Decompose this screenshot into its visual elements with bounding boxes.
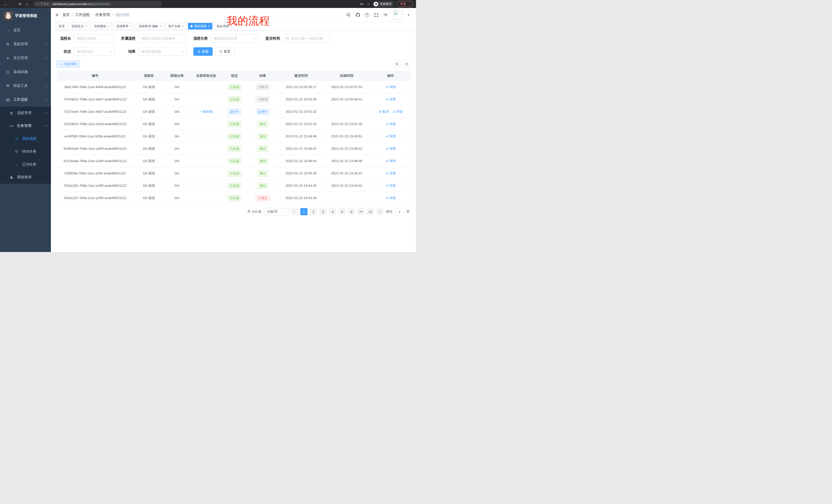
detail-action-link[interactable]: 详情 [385, 159, 396, 163]
process-name-label: 流程名 [57, 36, 71, 41]
detail-action-link[interactable]: 详情 [385, 122, 396, 127]
home-icon[interactable]: ⌂ [24, 1, 30, 7]
page-button-6[interactable]: 6 [348, 208, 355, 215]
detail-action-link[interactable]: 详情 [385, 196, 396, 200]
divider [51, 2, 51, 6]
cell-process-name: OA 请假 [134, 146, 164, 151]
result-badge: 已取消 [256, 96, 270, 103]
page-button-4[interactable]: 4 [329, 208, 336, 215]
font-size-icon[interactable]: TT [383, 12, 388, 18]
detail-action-link[interactable]: 详情 [385, 85, 396, 89]
detail-action-link[interactable]: 详情 [385, 146, 396, 151]
page-button-3[interactable]: 3 [319, 208, 327, 215]
tab-process-model[interactable]: 流程模型× [91, 23, 112, 30]
cell-current-task: 一级审批 [190, 109, 223, 114]
chevron-down-icon [255, 37, 257, 39]
search-icon[interactable] [346, 12, 351, 18]
app-logo-row[interactable]: 芋道管理系统 [0, 8, 51, 23]
sidebar-item-devtools[interactable]: ⚒研发工具 [0, 79, 51, 93]
refresh-table-button[interactable] [403, 60, 410, 67]
sidebar-item-process-mgmt[interactable]: ≣流程管理 [0, 107, 51, 119]
reset-button[interactable]: 重置 [215, 47, 234, 56]
jump-page-input[interactable] [394, 208, 405, 215]
sidebar-item-system[interactable]: ⚙系统管理 [0, 37, 51, 51]
end-date-placeholder[interactable]: 结束日期 [310, 36, 323, 41]
cell-submit-time: 2022-01-22 23:46:04 [279, 159, 323, 163]
sidebar-item-my-process[interactable]: ☺我的流程 [0, 132, 51, 145]
not-secure-warning[interactable]: ⚠ 不安全 [36, 2, 49, 6]
tab-process-form[interactable]: 流程表单× [114, 23, 134, 30]
tab-my-process[interactable]: 我的流程× [188, 23, 212, 30]
chevron-down-icon [45, 57, 47, 59]
close-tab-icon[interactable]: × [160, 25, 161, 28]
process-def-input[interactable] [138, 34, 187, 43]
page-button-2[interactable]: 2 [310, 208, 317, 215]
date-range-input[interactable]: 开始日期 - 结束日期 [283, 34, 330, 43]
breadcrumb-item[interactable]: 首页 [62, 12, 70, 17]
tab-user-group[interactable]: 用户分组× [165, 23, 186, 30]
page-button-1[interactable]: 1 [300, 208, 308, 215]
sidebar-item-workflow[interactable]: ▤工作流程 [0, 93, 51, 107]
process-name-input[interactable] [74, 34, 115, 43]
avatar-caret-icon[interactable]: ▼ [407, 13, 410, 17]
help-icon[interactable]: ? [364, 12, 369, 18]
prev-page-button[interactable] [291, 208, 298, 215]
current-task-link[interactable]: 一级审批 [200, 110, 213, 114]
sidebar-item-infra[interactable]: ◫基础设施 [0, 65, 51, 79]
detail-action-link[interactable]: 详情 [385, 97, 396, 102]
breadcrumb-item[interactable]: 任务管理 [95, 12, 110, 17]
breadcrumb-separator: / [112, 13, 113, 17]
close-tab-icon[interactable]: × [208, 25, 210, 28]
forward-icon[interactable]: → [10, 1, 16, 7]
action-label: 详情 [389, 146, 396, 151]
browser-menu-icon[interactable]: ⋮ [408, 2, 411, 6]
detail-action-link[interactable]: 详情 [385, 184, 396, 188]
address-bar[interactable]: ⚠ 不安全 dashboard.yudao.iocoder.cn/bpm/tas… [33, 1, 162, 7]
calendar-icon [285, 37, 289, 40]
category-select[interactable]: 请选择流程分类 [210, 34, 259, 43]
close-tab-icon[interactable]: × [182, 25, 184, 28]
page-button-5[interactable]: 5 [338, 208, 345, 215]
github-icon[interactable] [355, 12, 360, 18]
sidebar-item-leave-query[interactable]: ♟请假查询 [0, 171, 51, 184]
reload-icon[interactable]: ↻ [17, 1, 23, 7]
show-search-toggle-button[interactable] [393, 60, 400, 67]
password-key-icon[interactable] [360, 2, 364, 6]
next-page-button[interactable] [376, 208, 384, 215]
update-button[interactable]: 更新 ⋮ [397, 1, 413, 7]
fullscreen-icon[interactable] [373, 12, 379, 18]
avatar[interactable] [393, 10, 402, 20]
sidebar-item-done-task[interactable]: ⌣已办任务 [0, 158, 51, 171]
breadcrumb-item[interactable]: 工作流程 [75, 12, 90, 17]
close-tab-icon[interactable]: × [130, 25, 132, 28]
start-process-button[interactable]: ＋ 发起流程 [57, 61, 80, 67]
cell-process-name: OA 请假 [134, 171, 164, 176]
active-tab-dot [190, 25, 192, 27]
status-select[interactable]: 请选择状态 [74, 47, 115, 56]
tab-label: 流程模型 [94, 24, 106, 29]
detail-action-link[interactable]: 详情 [385, 134, 396, 139]
back-icon[interactable]: ← [3, 1, 9, 7]
cancel-action-link[interactable]: 取消 [379, 109, 389, 114]
collapse-sidebar-icon[interactable]: ≡ [55, 12, 58, 18]
page-button-11[interactable]: 11 [367, 208, 374, 215]
chevron-down-icon [45, 43, 47, 45]
search-button[interactable]: 搜索 [193, 47, 213, 56]
close-tab-icon[interactable]: × [108, 25, 109, 28]
detail-action-link[interactable]: 详情 [385, 171, 396, 176]
sidebar-item-label: 任务管理 [17, 123, 42, 128]
sidebar-item-task-mgmt[interactable]: ⊶任务管理 [0, 119, 51, 132]
tab-label: 流程表单-编辑 [138, 24, 158, 29]
close-tab-icon[interactable]: × [85, 25, 87, 28]
sidebar-item-todo-task[interactable]: ⊙待办任务 [0, 145, 51, 158]
bookmark-star-icon[interactable]: ☆ [367, 2, 370, 6]
detail-action-link[interactable]: 详情 [392, 109, 402, 114]
sidebar-item-home[interactable]: ◔首页 [0, 23, 51, 37]
tab-home[interactable]: 首页 [56, 23, 67, 30]
tab-process-definition[interactable]: 流程定义× [69, 23, 90, 30]
start-date-placeholder[interactable]: 开始日期 [291, 36, 305, 41]
result-select[interactable]: 请选择流结果 [138, 47, 187, 56]
sidebar-item-payment[interactable]: ¥支付管理 [0, 51, 51, 65]
page-size-select[interactable]: 10条/页 [264, 208, 288, 215]
tab-process-form-edit[interactable]: 流程表单-编辑× [136, 23, 164, 30]
